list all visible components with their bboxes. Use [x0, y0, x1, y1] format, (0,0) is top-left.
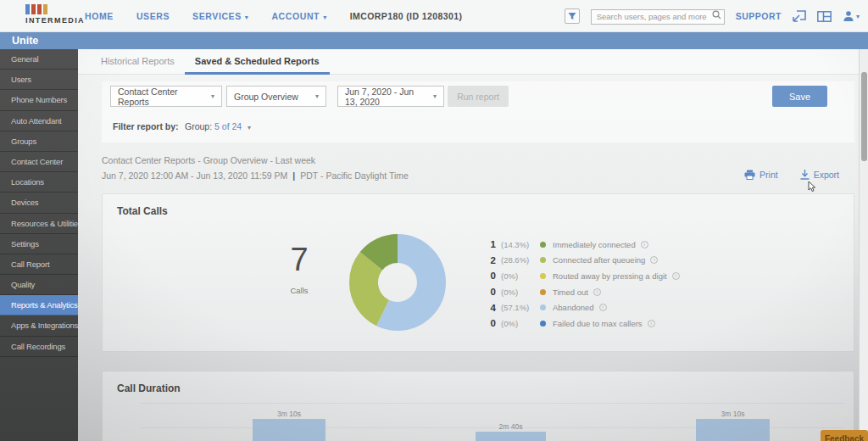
- sidebar-item-quality[interactable]: Quality: [0, 275, 78, 295]
- report-subtitle: Jun 7, 2020 12:00 AM - Jun 13, 2020 11:5…: [102, 170, 409, 181]
- sidebar-item-devices[interactable]: Devices: [0, 193, 78, 213]
- sidebar-item-locations[interactable]: Locations: [0, 172, 78, 193]
- sidebar-item-call-report[interactable]: Call Report: [0, 254, 78, 275]
- mouse-cursor: [808, 181, 817, 193]
- sidebar-item-phone-numbers[interactable]: Phone Numbers: [0, 90, 78, 110]
- info-icon[interactable]: i: [593, 288, 601, 296]
- report-view-dropdown[interactable]: Group Overview ▾: [226, 86, 326, 107]
- intermedia-logo[interactable]: INTERMEDIA: [25, 4, 85, 25]
- info-icon[interactable]: i: [648, 320, 655, 327]
- tab-saved-scheduled-reports[interactable]: Saved & Scheduled Reports: [185, 49, 330, 75]
- filter-row: Filter report by: Group: 5 of 24 ▾: [102, 115, 854, 137]
- info-icon[interactable]: i: [641, 241, 648, 248]
- search-wrap: [591, 8, 725, 25]
- sidebar-item-call-recordings[interactable]: Call Recordings: [0, 337, 78, 357]
- total-calls-value: 7: [272, 242, 326, 278]
- info-icon[interactable]: i: [650, 256, 658, 264]
- duration-bar: [253, 419, 326, 441]
- group-value-link[interactable]: 5 of 24: [214, 121, 242, 131]
- screen-share-exit-icon[interactable]: [793, 10, 806, 22]
- sidebar-item-general[interactable]: General: [0, 49, 78, 70]
- sidebar-item-settings[interactable]: Settings: [0, 234, 78, 254]
- tab-historical-reports[interactable]: Historical Reports: [91, 49, 185, 75]
- report-type-dropdown[interactable]: Contact Center Reports ▾: [110, 86, 222, 107]
- main-content: Historical ReportsSaved & Scheduled Repo…: [78, 49, 868, 441]
- info-icon[interactable]: i: [599, 304, 607, 311]
- legend-label: Connected after queueing: [553, 255, 645, 265]
- report-header: Contact Center Reports - Group Overview …: [102, 151, 854, 192]
- report-filter-panel: Contact Center Reports ▾ Group Overview …: [102, 81, 854, 142]
- print-label: Print: [760, 170, 778, 180]
- tabs-bar: Historical ReportsSaved & Scheduled Repo…: [78, 49, 868, 75]
- chevron-down-icon: ▾: [245, 14, 249, 21]
- legend-dot-icon: [540, 242, 546, 248]
- report-date-range: Jun 7, 2020 12:00 AM - Jun 13, 2020 11:5…: [102, 170, 287, 181]
- nav-link-home[interactable]: HOME: [85, 11, 114, 21]
- legend-row: 2(28.6%)Connected after queueingi: [482, 253, 680, 269]
- date-range-dropdown[interactable]: Jun 7, 2020 - Jun 13, 2020 ▾: [337, 86, 444, 107]
- legend-label: Immediately connected: [553, 240, 636, 249]
- legend-dot-icon: [540, 273, 546, 279]
- nav-link-account[interactable]: ACCOUNT▾: [271, 11, 326, 21]
- sidebar-item-auto-attendant[interactable]: Auto Attendant: [0, 111, 78, 131]
- group-filter[interactable]: Group: 5 of 24 ▾: [185, 121, 251, 131]
- duration-bar-label: 3m 10s: [708, 410, 759, 418]
- info-icon[interactable]: i: [672, 272, 680, 280]
- sidebar-item-apps-integrations[interactable]: Apps & Integrations: [0, 315, 78, 336]
- print-button[interactable]: Print: [744, 170, 778, 180]
- report-title: Contact Center Reports - Group Overview …: [102, 155, 315, 165]
- legend-percent: (0%): [501, 319, 540, 328]
- total-calls-legend: 1(14.3%)Immediately connectedi2(28.6%)Co…: [482, 237, 680, 332]
- report-actions: Print Export: [744, 170, 839, 180]
- chevron-down-icon: ▾: [211, 92, 214, 100]
- sidebar-item-resources-utilities[interactable]: Resources & Utilities: [0, 214, 78, 234]
- search-input[interactable]: [591, 9, 725, 25]
- sidebar-item-reports-analytics[interactable]: Reports & Analytics: [0, 295, 78, 315]
- filter-by-label: Filter report by:: [113, 121, 179, 131]
- search-filter-button[interactable]: [565, 8, 580, 24]
- top-navigation-bar: INTERMEDIA HOMEUSERSSERVICES▾ACCOUNT▾IMC…: [0, 0, 868, 32]
- legend-dot-icon: [540, 257, 546, 263]
- sidebar-item-contact-center[interactable]: Contact Center: [0, 152, 78, 172]
- printer-icon: [744, 170, 755, 180]
- support-link[interactable]: SUPPORT: [736, 11, 782, 21]
- app-title: Unite: [12, 32, 38, 49]
- user-menu[interactable]: ▾: [843, 10, 860, 22]
- legend-dot-icon: [540, 321, 546, 327]
- scrollbar-thumb[interactable]: [861, 72, 867, 161]
- save-button[interactable]: Save: [772, 86, 827, 107]
- account-id: IMCORP180 (ID 1208301): [350, 11, 463, 21]
- nav-link-users[interactable]: USERS: [136, 11, 170, 21]
- legend-row: 1(14.3%)Immediately connectedi: [482, 237, 680, 253]
- chevron-down-icon: ▾: [856, 13, 860, 20]
- user-icon: [843, 10, 854, 22]
- duration-bar-label: 2m 40s: [486, 422, 537, 431]
- run-report-button[interactable]: Run report: [448, 86, 509, 107]
- chevron-down-icon: ▾: [315, 92, 319, 100]
- legend-dot-icon: [540, 304, 546, 310]
- legend-value: 1: [482, 239, 496, 249]
- legend-value: 2: [482, 255, 496, 265]
- legend-row: 0(0%)Failed due to max callersi: [482, 315, 680, 332]
- export-button[interactable]: Export: [800, 170, 839, 180]
- duration-bar: [476, 432, 546, 441]
- legend-dot-icon: [540, 289, 546, 295]
- legend-label: Routed away by pressing a digit: [553, 271, 667, 281]
- duration-bar: [696, 419, 770, 441]
- sidebar-item-groups[interactable]: Groups: [0, 131, 78, 152]
- primary-nav: HOMEUSERSSERVICES▾ACCOUNT▾IMCORP180 (ID …: [85, 0, 462, 32]
- gridline: [141, 403, 844, 404]
- legend-row: 4(57.1%)Abandonedi: [482, 299, 680, 315]
- sidebar-item-users[interactable]: Users: [0, 70, 78, 90]
- page-scrollbar[interactable]: [859, 49, 868, 441]
- legend-percent: (0%): [501, 271, 540, 281]
- download-icon: [800, 170, 810, 180]
- nav-link-services[interactable]: SERVICES▾: [192, 11, 248, 21]
- separator: |: [292, 170, 295, 181]
- date-range-value: Jun 7, 2020 - Jun 13, 2020: [345, 87, 428, 107]
- panels-grid-icon[interactable]: [817, 11, 832, 22]
- export-label: Export: [814, 170, 839, 180]
- legend-percent: (14.3%): [501, 240, 540, 249]
- topnav-right-cluster: SUPPORT ▾: [565, 0, 860, 32]
- feedback-button[interactable]: Feedback: [821, 430, 868, 441]
